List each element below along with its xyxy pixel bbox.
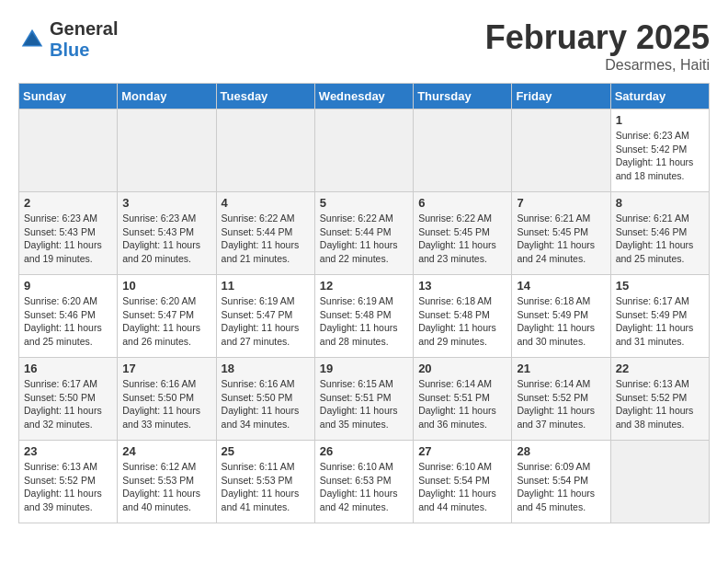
day-info: Sunrise: 6:17 AMSunset: 5:49 PMDaylight:… [616, 294, 705, 349]
day-number: 15 [616, 279, 705, 293]
day-info: Sunrise: 6:19 AMSunset: 5:48 PMDaylight:… [320, 294, 409, 349]
day-number: 20 [418, 362, 507, 375]
day-number: 7 [517, 196, 606, 210]
day-cell [610, 441, 709, 523]
day-info: Sunrise: 6:18 AMSunset: 5:49 PMDaylight:… [517, 294, 606, 349]
header-thursday: Thursday [414, 84, 512, 109]
day-number: 8 [616, 196, 705, 210]
day-info: Sunrise: 6:17 AMSunset: 5:50 PMDaylight:… [24, 377, 113, 431]
header-monday: Monday [118, 84, 216, 109]
week-row-4: 16Sunrise: 6:17 AMSunset: 5:50 PMDayligh… [19, 358, 710, 441]
day-number: 26 [320, 444, 409, 458]
day-info: Sunrise: 6:16 AMSunset: 5:50 PMDaylight:… [122, 377, 211, 431]
day-number: 14 [517, 279, 606, 293]
day-cell: 15Sunrise: 6:17 AMSunset: 5:49 PMDayligh… [610, 275, 709, 358]
day-info: Sunrise: 6:22 AMSunset: 5:45 PMDaylight:… [418, 212, 507, 266]
day-cell [512, 109, 610, 192]
day-info: Sunrise: 6:23 AMSunset: 5:43 PMDaylight:… [24, 212, 113, 266]
title-area: February 2025 Desarmes, Haiti [485, 18, 710, 74]
day-cell: 6Sunrise: 6:22 AMSunset: 5:45 PMDaylight… [414, 192, 512, 275]
day-cell: 12Sunrise: 6:19 AMSunset: 5:48 PMDayligh… [314, 275, 413, 358]
calendar-header-row: SundayMondayTuesdayWednesdayThursdayFrid… [19, 84, 710, 109]
day-info: Sunrise: 6:13 AMSunset: 5:52 PMDaylight:… [24, 460, 113, 514]
header-sunday: Sunday [19, 84, 118, 109]
day-info: Sunrise: 6:19 AMSunset: 5:47 PMDaylight:… [222, 294, 311, 349]
day-cell: 26Sunrise: 6:10 AMSunset: 6:53 PMDayligh… [314, 441, 413, 523]
day-cell: 10Sunrise: 6:20 AMSunset: 5:47 PMDayligh… [118, 275, 216, 358]
day-number: 6 [418, 196, 507, 210]
day-info: Sunrise: 6:23 AMSunset: 5:42 PMDaylight:… [616, 129, 705, 183]
day-cell: 22Sunrise: 6:13 AMSunset: 5:52 PMDayligh… [610, 358, 709, 441]
header-wednesday: Wednesday [314, 84, 413, 109]
day-info: Sunrise: 6:21 AMSunset: 5:45 PMDaylight:… [517, 212, 606, 266]
day-info: Sunrise: 6:11 AMSunset: 5:53 PMDaylight:… [222, 460, 311, 514]
page-header: General Blue February 2025 Desarmes, Hai… [18, 18, 710, 74]
day-cell: 25Sunrise: 6:11 AMSunset: 5:53 PMDayligh… [216, 441, 314, 523]
day-cell: 16Sunrise: 6:17 AMSunset: 5:50 PMDayligh… [19, 358, 118, 441]
week-row-1: 1Sunrise: 6:23 AMSunset: 5:42 PMDaylight… [19, 109, 710, 192]
day-number: 25 [222, 444, 311, 458]
day-cell: 13Sunrise: 6:18 AMSunset: 5:48 PMDayligh… [414, 275, 512, 358]
day-info: Sunrise: 6:20 AMSunset: 5:47 PMDaylight:… [122, 294, 211, 349]
day-cell: 27Sunrise: 6:10 AMSunset: 5:54 PMDayligh… [414, 441, 512, 523]
day-info: Sunrise: 6:22 AMSunset: 5:44 PMDaylight:… [320, 212, 409, 266]
day-cell: 7Sunrise: 6:21 AMSunset: 5:45 PMDaylight… [512, 192, 610, 275]
day-number: 17 [122, 362, 211, 375]
day-cell [414, 109, 512, 192]
day-cell: 24Sunrise: 6:12 AMSunset: 5:53 PMDayligh… [118, 441, 216, 523]
day-cell: 3Sunrise: 6:23 AMSunset: 5:43 PMDaylight… [118, 192, 216, 275]
day-number: 5 [320, 196, 409, 210]
day-info: Sunrise: 6:20 AMSunset: 5:46 PMDaylight:… [24, 294, 113, 349]
day-number: 22 [616, 362, 705, 375]
day-number: 24 [122, 444, 211, 458]
day-cell: 28Sunrise: 6:09 AMSunset: 5:54 PMDayligh… [512, 441, 610, 523]
day-number: 23 [24, 444, 113, 458]
day-cell [118, 109, 216, 192]
day-info: Sunrise: 6:18 AMSunset: 5:48 PMDaylight:… [418, 294, 507, 349]
day-info: Sunrise: 6:21 AMSunset: 5:46 PMDaylight:… [616, 212, 705, 266]
header-saturday: Saturday [610, 84, 709, 109]
day-number: 19 [320, 362, 409, 375]
day-cell: 4Sunrise: 6:22 AMSunset: 5:44 PMDaylight… [216, 192, 314, 275]
day-cell: 2Sunrise: 6:23 AMSunset: 5:43 PMDaylight… [19, 192, 118, 275]
day-number: 3 [122, 196, 211, 210]
day-cell [216, 109, 314, 192]
calendar-table: SundayMondayTuesdayWednesdayThursdayFrid… [18, 83, 710, 523]
day-number: 10 [122, 279, 211, 293]
day-info: Sunrise: 6:10 AMSunset: 6:53 PMDaylight:… [320, 460, 409, 514]
week-row-2: 2Sunrise: 6:23 AMSunset: 5:43 PMDaylight… [19, 192, 710, 275]
day-number: 16 [24, 362, 113, 375]
day-cell: 5Sunrise: 6:22 AMSunset: 5:44 PMDaylight… [314, 192, 413, 275]
day-info: Sunrise: 6:14 AMSunset: 5:51 PMDaylight:… [418, 377, 507, 431]
day-cell: 23Sunrise: 6:13 AMSunset: 5:52 PMDayligh… [19, 441, 118, 523]
day-cell: 21Sunrise: 6:14 AMSunset: 5:52 PMDayligh… [512, 358, 610, 441]
day-cell: 1Sunrise: 6:23 AMSunset: 5:42 PMDaylight… [610, 109, 709, 192]
day-cell: 18Sunrise: 6:16 AMSunset: 5:50 PMDayligh… [216, 358, 314, 441]
day-number: 4 [222, 196, 311, 210]
day-info: Sunrise: 6:22 AMSunset: 5:44 PMDaylight:… [222, 212, 311, 266]
day-number: 28 [517, 444, 606, 458]
day-info: Sunrise: 6:15 AMSunset: 5:51 PMDaylight:… [320, 377, 409, 431]
week-row-5: 23Sunrise: 6:13 AMSunset: 5:52 PMDayligh… [19, 441, 710, 523]
day-number: 9 [24, 279, 113, 293]
day-cell: 19Sunrise: 6:15 AMSunset: 5:51 PMDayligh… [314, 358, 413, 441]
header-friday: Friday [512, 84, 610, 109]
day-number: 1 [616, 113, 705, 127]
day-info: Sunrise: 6:14 AMSunset: 5:52 PMDaylight:… [517, 377, 606, 431]
day-info: Sunrise: 6:12 AMSunset: 5:53 PMDaylight:… [122, 460, 211, 514]
day-info: Sunrise: 6:16 AMSunset: 5:50 PMDaylight:… [222, 377, 311, 431]
day-number: 12 [320, 279, 409, 293]
month-title: February 2025 [485, 18, 710, 57]
day-info: Sunrise: 6:09 AMSunset: 5:54 PMDaylight:… [517, 460, 606, 514]
logo-text-blue: Blue [50, 40, 89, 60]
day-info: Sunrise: 6:23 AMSunset: 5:43 PMDaylight:… [122, 212, 211, 266]
day-cell [314, 109, 413, 192]
logo-text-general: General [50, 18, 118, 39]
day-number: 11 [222, 279, 311, 293]
day-cell [19, 109, 118, 192]
day-info: Sunrise: 6:10 AMSunset: 5:54 PMDaylight:… [418, 460, 507, 514]
day-number: 13 [418, 279, 507, 293]
day-number: 2 [24, 196, 113, 210]
day-info: Sunrise: 6:13 AMSunset: 5:52 PMDaylight:… [616, 377, 705, 431]
logo-icon [18, 26, 46, 53]
